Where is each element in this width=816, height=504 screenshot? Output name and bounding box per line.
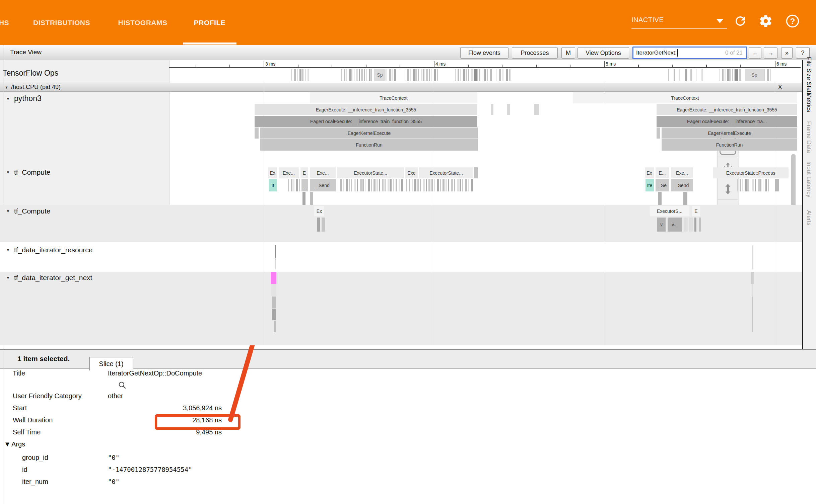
trace-slice[interactable] <box>302 192 305 205</box>
trace-slice[interactable] <box>770 69 771 81</box>
trace-slice[interactable]: Exe <box>405 167 418 178</box>
trace-slice[interactable] <box>344 69 345 81</box>
trace-slice[interactable] <box>468 179 469 191</box>
trace-slice[interactable]: FunctionRun <box>662 139 797 151</box>
gear-icon[interactable] <box>759 14 773 28</box>
trace-slice[interactable] <box>431 179 433 191</box>
collapse-triangle-icon[interactable]: ▼ <box>6 275 10 280</box>
trace-slice[interactable] <box>685 69 687 81</box>
trace-slice[interactable] <box>255 128 259 139</box>
trace-slice[interactable] <box>354 179 356 191</box>
trace-slice[interactable] <box>371 69 372 81</box>
collapse-triangle-icon[interactable]: ▼ <box>5 85 8 89</box>
trace-slice[interactable] <box>752 179 754 191</box>
trace-slice[interactable]: _ <box>301 179 308 191</box>
trace-slice[interactable] <box>720 69 720 81</box>
app-tab-hs[interactable]: HS <box>0 0 9 45</box>
trace-slice[interactable] <box>361 69 363 81</box>
trace-slice[interactable]: It <box>269 179 277 191</box>
trace-slice[interactable] <box>468 69 469 81</box>
trace-slice[interactable] <box>356 69 358 81</box>
trace-slice[interactable] <box>509 69 511 81</box>
trace-slice[interactable]: TraceContext <box>310 92 477 103</box>
trace-slice[interactable] <box>426 179 427 191</box>
trace-slice[interactable]: Ite <box>645 179 654 191</box>
trace-slice[interactable] <box>725 69 726 81</box>
trace-slice[interactable] <box>428 179 430 191</box>
trace-slice[interactable] <box>490 69 492 81</box>
trace-slice[interactable] <box>414 179 416 191</box>
view-options-button[interactable]: View Options <box>577 47 629 59</box>
trace-slice[interactable] <box>474 69 477 81</box>
trace-slice[interactable] <box>423 179 425 191</box>
trace-slice[interactable] <box>299 69 301 81</box>
trace-slice[interactable] <box>354 69 354 81</box>
collapse-triangle-icon[interactable]: ▼ <box>6 170 10 175</box>
trace-slice[interactable] <box>750 179 750 191</box>
trace-slice[interactable] <box>474 167 478 178</box>
trace-slice[interactable] <box>420 179 421 191</box>
trace-slice[interactable] <box>393 179 394 191</box>
trace-slice[interactable]: E... <box>656 167 669 178</box>
trace-slice[interactable] <box>760 179 761 191</box>
trace-slice[interactable] <box>413 69 415 81</box>
trace-slice[interactable]: Ex <box>645 167 654 178</box>
trace-slice[interactable] <box>767 69 769 81</box>
trace-slice[interactable]: E <box>692 206 700 216</box>
trace-slice[interactable] <box>390 179 392 191</box>
track-label-python3[interactable]: ▼python3 <box>0 94 42 103</box>
trace-slice[interactable] <box>742 179 743 191</box>
app-tab-histograms[interactable]: HISTOGRAMS <box>118 0 167 45</box>
trace-slice[interactable] <box>417 179 419 191</box>
trace-slice[interactable] <box>317 218 320 232</box>
trace-slice[interactable] <box>349 69 351 81</box>
trace-slice[interactable] <box>484 69 486 81</box>
trace-slice[interactable] <box>751 272 754 284</box>
trace-slice[interactable] <box>379 179 380 191</box>
trace-slice[interactable]: _Send <box>310 179 336 191</box>
trace-slice[interactable] <box>460 179 461 191</box>
trace-slice[interactable] <box>294 69 296 81</box>
trace-slice[interactable]: v... <box>668 218 682 232</box>
app-tab-profile[interactable]: PROFILE <box>194 0 226 45</box>
app-tab-distributions[interactable]: DISTRIBUTIONS <box>33 0 90 45</box>
trace-slice[interactable] <box>275 245 276 258</box>
trace-slice[interactable] <box>507 104 510 115</box>
trace-slice[interactable] <box>740 179 741 191</box>
trace-slice[interactable] <box>657 128 660 139</box>
trace-slice[interactable] <box>694 218 696 232</box>
trace-slice[interactable] <box>506 69 508 81</box>
trace-slice[interactable]: ExecutorState... <box>419 167 473 178</box>
trace-slice[interactable] <box>466 69 467 81</box>
trace-slice[interactable] <box>366 69 367 81</box>
trace-slice[interactable] <box>272 297 276 308</box>
trace-slice[interactable] <box>293 179 294 191</box>
sidebar-tab-metrics[interactable]: Metrics <box>805 93 812 112</box>
trace-slice[interactable] <box>755 179 756 191</box>
more-tools-button[interactable]: » <box>781 47 793 59</box>
process-header[interactable]: ▼ /host:CPU (pid 49) X <box>0 83 802 92</box>
trace-slice[interactable] <box>690 69 692 81</box>
trace-slice[interactable] <box>418 69 419 81</box>
trace-slice[interactable] <box>465 179 467 191</box>
trace-slice[interactable] <box>302 69 303 81</box>
trace-slice[interactable] <box>360 179 362 191</box>
trace-slice[interactable] <box>775 179 779 191</box>
trace-slice[interactable] <box>696 69 696 81</box>
trace-slice[interactable] <box>426 69 428 81</box>
trace-slice[interactable] <box>434 179 435 191</box>
trace-slice[interactable]: ExecutorS... <box>650 206 689 216</box>
trace-slice[interactable] <box>297 69 298 81</box>
trace-slice[interactable] <box>322 218 325 232</box>
trace-slice[interactable] <box>431 69 432 81</box>
trace-slice[interactable] <box>359 69 360 81</box>
trace-slice[interactable] <box>443 179 445 191</box>
trace-slice[interactable] <box>421 69 422 81</box>
trace-slice[interactable] <box>382 179 384 191</box>
trace-slice[interactable] <box>407 69 409 81</box>
close-process-icon[interactable]: X <box>778 83 782 91</box>
trace-slice[interactable] <box>365 179 366 191</box>
trace-slice[interactable] <box>752 245 753 269</box>
trace-slice[interactable]: Ex <box>314 206 324 216</box>
trace-slice[interactable] <box>299 179 300 191</box>
